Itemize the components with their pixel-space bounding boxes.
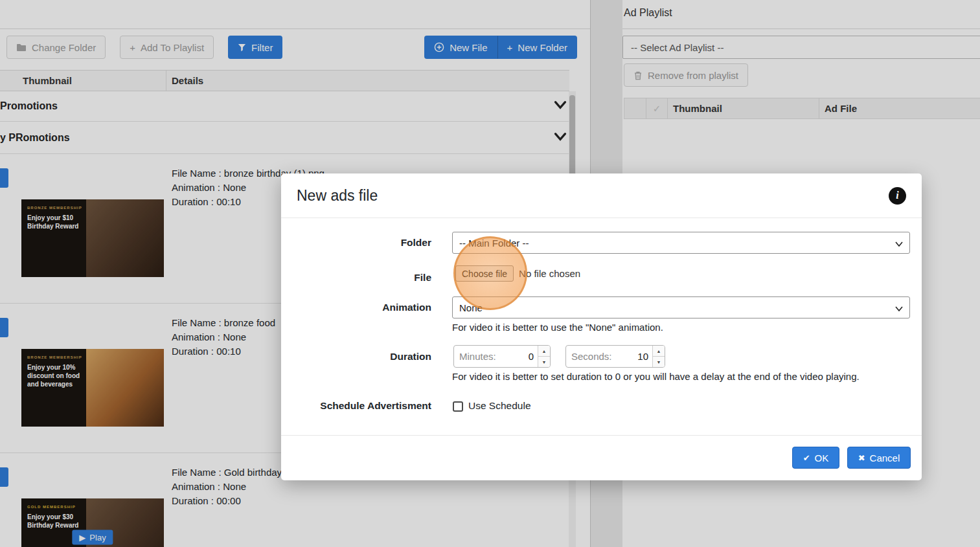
cancel-button[interactable]: ✖ Cancel xyxy=(847,447,911,469)
choose-file-button[interactable]: Choose file xyxy=(455,265,514,282)
file-field-label: File xyxy=(281,271,431,284)
info-icon[interactable]: i xyxy=(889,187,906,205)
spin-down-icon[interactable]: ▼ xyxy=(538,357,550,367)
duration-help-text: For video it is better to set duration t… xyxy=(452,371,860,382)
animation-select-value: None xyxy=(459,302,483,313)
minutes-spin-buttons: ▲ ▼ xyxy=(538,346,550,367)
ok-button[interactable]: ✔ OK xyxy=(792,447,839,469)
new-ads-file-dialog: New ads file i Folder -- Main Folder -- … xyxy=(281,173,922,480)
seconds-spinner[interactable]: Seconds: 10 ▲ ▼ xyxy=(565,345,665,368)
minutes-spinner[interactable]: Minutes: 0 ▲ ▼ xyxy=(453,345,551,368)
use-schedule-checkbox[interactable] xyxy=(453,401,463,412)
spin-up-icon[interactable]: ▲ xyxy=(653,346,665,357)
folder-select[interactable]: -- Main Folder -- xyxy=(452,232,910,254)
folder-field-label: Folder xyxy=(281,236,431,249)
duration-field-label: Duration xyxy=(281,350,431,363)
minutes-value: 0 xyxy=(501,346,538,367)
chevron-down-icon xyxy=(895,302,903,313)
spin-up-icon[interactable]: ▲ xyxy=(538,346,550,357)
cancel-label: Cancel xyxy=(870,452,900,463)
screen: Change Folder + Add To Playlist Filter N… xyxy=(0,0,980,547)
animation-help-text: For video it is better to use the "None"… xyxy=(452,322,663,333)
schedule-field-label: Schedule Advertisment xyxy=(281,399,431,412)
seconds-label: Seconds: xyxy=(566,346,617,367)
seconds-spin-buttons: ▲ ▼ xyxy=(652,346,665,367)
dialog-footer-divider xyxy=(281,435,922,436)
chevron-down-icon xyxy=(895,238,903,249)
dialog-title: New ads file xyxy=(297,187,378,205)
animation-select[interactable]: None xyxy=(452,296,910,318)
x-icon: ✖ xyxy=(858,453,865,463)
check-icon: ✔ xyxy=(803,453,810,463)
ok-label: OK xyxy=(815,452,829,463)
minutes-label: Minutes: xyxy=(454,346,501,367)
animation-field-label: Animation xyxy=(281,301,431,314)
no-file-chosen-text: No file chosen xyxy=(519,268,580,279)
folder-select-value: -- Main Folder -- xyxy=(459,238,529,249)
file-input-row: Choose file No file chosen xyxy=(455,265,580,282)
seconds-value: 10 xyxy=(617,346,652,367)
dialog-header: New ads file i xyxy=(281,173,922,218)
spin-down-icon[interactable]: ▼ xyxy=(653,357,665,367)
use-schedule-label: Use Schedule xyxy=(468,399,531,412)
